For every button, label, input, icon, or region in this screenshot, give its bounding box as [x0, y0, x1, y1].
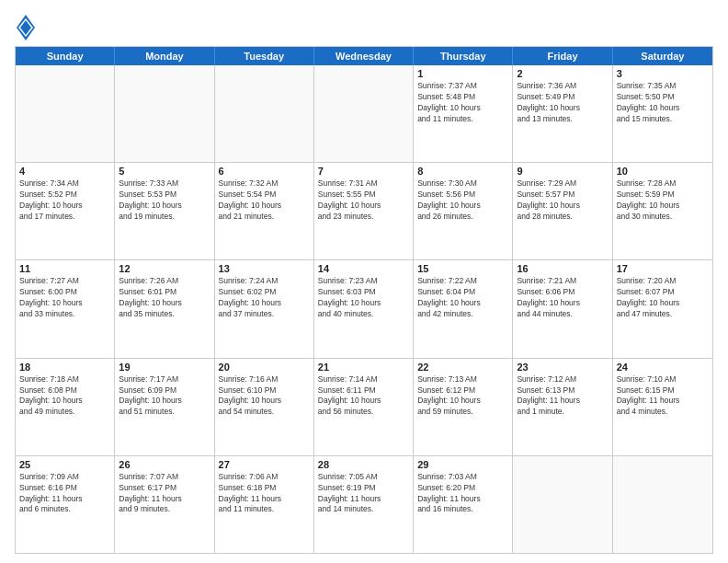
day-number: 4 [19, 166, 110, 177]
weekday-header: Thursday [414, 47, 513, 65]
calendar-cell [115, 65, 214, 162]
day-info: Sunrise: 7:30 AM Sunset: 5:56 PM Dayligh… [417, 178, 508, 223]
day-info: Sunrise: 7:05 AM Sunset: 6:19 PM Dayligh… [318, 472, 409, 516]
day-info: Sunrise: 7:22 AM Sunset: 6:04 PM Dayligh… [417, 276, 508, 320]
logo-icon [17, 15, 35, 40]
calendar-row: 18Sunrise: 7:18 AM Sunset: 6:08 PM Dayli… [16, 359, 712, 456]
calendar-cell: 21Sunrise: 7:14 AM Sunset: 6:11 PM Dayli… [314, 359, 414, 455]
day-info: Sunrise: 7:28 AM Sunset: 5:59 PM Dayligh… [617, 178, 709, 223]
calendar-cell: 25Sunrise: 7:09 AM Sunset: 6:16 PM Dayli… [16, 456, 115, 553]
day-number: 22 [417, 362, 508, 373]
calendar-cell: 6Sunrise: 7:32 AM Sunset: 5:54 PM Daylig… [215, 163, 314, 259]
calendar-cell [513, 456, 612, 553]
calendar-cell: 10Sunrise: 7:28 AM Sunset: 5:59 PM Dayli… [613, 163, 712, 259]
calendar-cell: 22Sunrise: 7:13 AM Sunset: 6:12 PM Dayli… [414, 359, 513, 455]
page: SundayMondayTuesdayWednesdayThursdayFrid… [0, 0, 728, 563]
day-number: 28 [318, 459, 409, 470]
calendar-cell: 2Sunrise: 7:36 AM Sunset: 5:49 PM Daylig… [513, 65, 612, 162]
calendar-cell: 9Sunrise: 7:29 AM Sunset: 5:57 PM Daylig… [513, 163, 612, 259]
day-info: Sunrise: 7:20 AM Sunset: 6:07 PM Dayligh… [617, 276, 709, 320]
day-number: 7 [318, 166, 409, 177]
day-info: Sunrise: 7:06 AM Sunset: 6:18 PM Dayligh… [219, 472, 310, 516]
calendar-row: 25Sunrise: 7:09 AM Sunset: 6:16 PM Dayli… [16, 456, 712, 553]
calendar-cell: 13Sunrise: 7:24 AM Sunset: 6:02 PM Dayli… [215, 260, 314, 357]
day-info: Sunrise: 7:27 AM Sunset: 6:00 PM Dayligh… [19, 276, 110, 320]
calendar-cell: 4Sunrise: 7:34 AM Sunset: 5:52 PM Daylig… [16, 163, 115, 259]
day-info: Sunrise: 7:34 AM Sunset: 5:52 PM Dayligh… [19, 178, 110, 223]
day-number: 29 [417, 459, 508, 470]
calendar-row: 11Sunrise: 7:27 AM Sunset: 6:00 PM Dayli… [16, 260, 712, 358]
calendar-cell [215, 65, 314, 162]
day-info: Sunrise: 7:10 AM Sunset: 6:15 PM Dayligh… [617, 374, 709, 419]
day-info: Sunrise: 7:24 AM Sunset: 6:02 PM Dayligh… [219, 276, 310, 320]
header [15, 15, 713, 40]
day-number: 14 [318, 263, 409, 274]
day-info: Sunrise: 7:33 AM Sunset: 5:53 PM Dayligh… [119, 178, 210, 223]
day-info: Sunrise: 7:14 AM Sunset: 6:11 PM Dayligh… [318, 374, 409, 419]
calendar-cell: 14Sunrise: 7:23 AM Sunset: 6:03 PM Dayli… [314, 260, 414, 357]
day-number: 11 [19, 263, 110, 274]
day-info: Sunrise: 7:09 AM Sunset: 6:16 PM Dayligh… [19, 472, 110, 516]
calendar-cell: 28Sunrise: 7:05 AM Sunset: 6:19 PM Dayli… [314, 456, 414, 553]
calendar-cell: 26Sunrise: 7:07 AM Sunset: 6:17 PM Dayli… [115, 456, 214, 553]
calendar-cell: 16Sunrise: 7:21 AM Sunset: 6:06 PM Dayli… [513, 260, 612, 357]
day-info: Sunrise: 7:13 AM Sunset: 6:12 PM Dayligh… [417, 374, 508, 419]
calendar-row: 4Sunrise: 7:34 AM Sunset: 5:52 PM Daylig… [16, 163, 712, 260]
weekday-header: Wednesday [314, 47, 414, 65]
calendar: SundayMondayTuesdayWednesdayThursdayFrid… [15, 46, 713, 554]
calendar-cell: 17Sunrise: 7:20 AM Sunset: 6:07 PM Dayli… [613, 260, 712, 357]
calendar-cell: 15Sunrise: 7:22 AM Sunset: 6:04 PM Dayli… [414, 260, 513, 357]
day-number: 1 [417, 68, 508, 79]
day-number: 10 [617, 166, 709, 177]
day-number: 19 [119, 362, 210, 373]
calendar-cell: 11Sunrise: 7:27 AM Sunset: 6:00 PM Dayli… [16, 260, 115, 357]
day-number: 3 [617, 68, 709, 79]
day-info: Sunrise: 7:23 AM Sunset: 6:03 PM Dayligh… [318, 276, 409, 320]
calendar-cell: 18Sunrise: 7:18 AM Sunset: 6:08 PM Dayli… [16, 359, 115, 455]
logo [15, 15, 39, 40]
day-number: 23 [517, 362, 608, 373]
day-number: 26 [119, 459, 210, 470]
day-number: 27 [219, 459, 310, 470]
day-number: 5 [119, 166, 210, 177]
day-number: 16 [517, 263, 608, 274]
calendar-cell: 19Sunrise: 7:17 AM Sunset: 6:09 PM Dayli… [115, 359, 214, 455]
day-number: 17 [617, 263, 709, 274]
day-info: Sunrise: 7:21 AM Sunset: 6:06 PM Dayligh… [517, 276, 608, 320]
day-info: Sunrise: 7:32 AM Sunset: 5:54 PM Dayligh… [219, 178, 310, 223]
day-number: 20 [219, 362, 310, 373]
calendar-cell: 3Sunrise: 7:35 AM Sunset: 5:50 PM Daylig… [613, 65, 712, 162]
calendar-cell: 20Sunrise: 7:16 AM Sunset: 6:10 PM Dayli… [215, 359, 314, 455]
day-info: Sunrise: 7:16 AM Sunset: 6:10 PM Dayligh… [219, 374, 310, 419]
day-number: 15 [417, 263, 508, 274]
day-number: 13 [219, 263, 310, 274]
calendar-cell: 7Sunrise: 7:31 AM Sunset: 5:55 PM Daylig… [314, 163, 414, 259]
day-number: 21 [318, 362, 409, 373]
day-info: Sunrise: 7:26 AM Sunset: 6:01 PM Dayligh… [119, 276, 210, 320]
day-number: 12 [119, 263, 210, 274]
weekday-header: Sunday [16, 47, 115, 65]
calendar-cell: 27Sunrise: 7:06 AM Sunset: 6:18 PM Dayli… [215, 456, 314, 553]
day-info: Sunrise: 7:17 AM Sunset: 6:09 PM Dayligh… [119, 374, 210, 419]
weekday-header: Monday [115, 47, 214, 65]
calendar-header: SundayMondayTuesdayWednesdayThursdayFrid… [16, 47, 712, 65]
calendar-cell [16, 65, 115, 162]
day-number: 18 [19, 362, 110, 373]
weekday-header: Tuesday [215, 47, 314, 65]
day-info: Sunrise: 7:18 AM Sunset: 6:08 PM Dayligh… [19, 374, 110, 419]
weekday-header: Friday [513, 47, 612, 65]
calendar-cell: 5Sunrise: 7:33 AM Sunset: 5:53 PM Daylig… [115, 163, 214, 259]
calendar-cell: 12Sunrise: 7:26 AM Sunset: 6:01 PM Dayli… [115, 260, 214, 357]
day-number: 24 [617, 362, 709, 373]
day-info: Sunrise: 7:37 AM Sunset: 5:48 PM Dayligh… [417, 81, 508, 125]
day-info: Sunrise: 7:31 AM Sunset: 5:55 PM Dayligh… [318, 178, 409, 223]
calendar-row: 1Sunrise: 7:37 AM Sunset: 5:48 PM Daylig… [16, 65, 712, 163]
weekday-header: Saturday [613, 47, 712, 65]
day-info: Sunrise: 7:36 AM Sunset: 5:49 PM Dayligh… [517, 81, 608, 125]
calendar-cell: 24Sunrise: 7:10 AM Sunset: 6:15 PM Dayli… [613, 359, 712, 455]
day-number: 2 [517, 68, 608, 79]
day-info: Sunrise: 7:12 AM Sunset: 6:13 PM Dayligh… [517, 374, 608, 419]
day-info: Sunrise: 7:03 AM Sunset: 6:20 PM Dayligh… [417, 472, 508, 516]
calendar-cell [613, 456, 712, 553]
day-info: Sunrise: 7:29 AM Sunset: 5:57 PM Dayligh… [517, 178, 608, 223]
